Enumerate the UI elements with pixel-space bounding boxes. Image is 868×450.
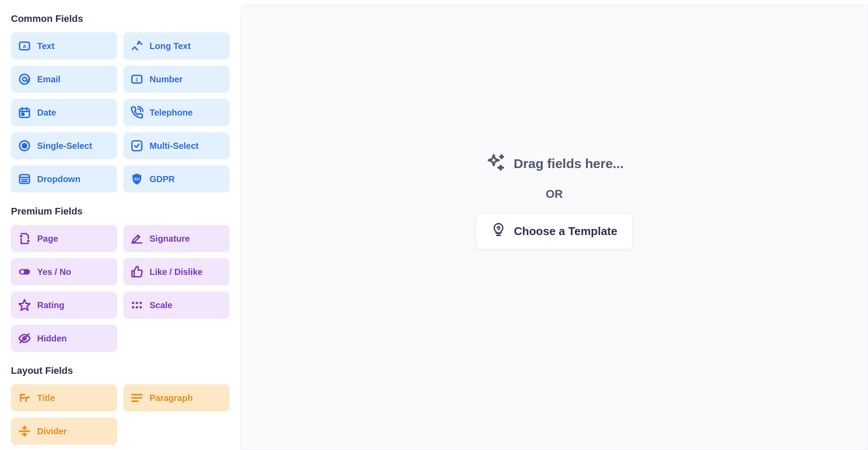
star-icon: [18, 299, 31, 312]
long-text-icon: [130, 39, 143, 53]
field-multi-select[interactable]: Multi-Select: [123, 132, 230, 159]
field-label: Paragraph: [150, 393, 193, 403]
page-icon: [18, 232, 31, 245]
field-label: Email: [37, 74, 60, 84]
gdpr-icon: EU: [130, 172, 143, 186]
field-label: Title: [37, 393, 55, 403]
field-single-select[interactable]: Single-Select: [11, 132, 117, 159]
common-fields-grid: A Text Long Text Email 1 Num: [11, 32, 230, 193]
field-telephone[interactable]: Telephone: [123, 99, 230, 126]
field-scale[interactable]: Scale: [123, 292, 230, 319]
svg-point-25: [136, 302, 138, 304]
field-sidebar: Common Fields A Text Long Text Email: [0, 0, 241, 450]
field-label: Single-Select: [37, 141, 92, 151]
toggle-icon: [18, 265, 31, 278]
field-hidden[interactable]: Hidden: [11, 325, 117, 352]
field-label: Multi-Select: [150, 141, 199, 151]
field-label: Number: [150, 74, 183, 84]
date-icon: [18, 106, 31, 119]
field-signature[interactable]: Signature: [123, 225, 230, 252]
field-divider[interactable]: Divider: [11, 418, 117, 445]
scale-icon: [130, 299, 143, 312]
title-icon: [18, 391, 31, 404]
email-icon: [18, 73, 31, 86]
field-label: Divider: [37, 426, 67, 436]
field-label: Date: [37, 108, 56, 118]
field-label: Like / Dislike: [150, 267, 202, 277]
svg-point-2: [139, 42, 140, 43]
svg-point-20: [21, 236, 22, 237]
svg-point-13: [22, 144, 27, 148]
sparkle-icon: [485, 152, 506, 175]
field-email[interactable]: Email: [11, 66, 117, 93]
field-title[interactable]: Title: [11, 384, 117, 411]
divider-icon: [18, 425, 31, 438]
layout-fields-heading: Layout Fields: [11, 365, 230, 376]
choose-template-button[interactable]: Choose a Template: [476, 213, 632, 250]
field-label: Scale: [150, 300, 172, 310]
field-label: Dropdown: [37, 174, 80, 184]
telephone-icon: [130, 106, 143, 119]
field-date[interactable]: Date: [11, 99, 117, 126]
field-label: Text: [37, 41, 55, 51]
svg-point-24: [132, 302, 135, 304]
premium-fields-grid: Page Signature Yes / No Like / Dislike: [11, 225, 230, 352]
premium-fields-heading: Premium Fields: [11, 206, 230, 217]
common-fields-heading: Common Fields: [11, 13, 230, 25]
layout-fields-grid: Title Paragraph Divider: [11, 384, 230, 445]
drop-area: Drag fields here... OR Choose a Template: [476, 152, 632, 250]
thumbs-up-icon: [130, 265, 143, 278]
field-text[interactable]: A Text: [11, 32, 117, 60]
field-label: Hidden: [37, 334, 67, 344]
svg-point-27: [132, 306, 135, 309]
field-rating[interactable]: Rating: [11, 292, 117, 319]
svg-point-21: [28, 240, 29, 242]
field-page[interactable]: Page: [11, 225, 117, 252]
single-select-icon: [18, 139, 31, 152]
field-number[interactable]: 1 Number: [123, 66, 230, 93]
field-long-text[interactable]: Long Text: [123, 32, 230, 60]
field-label: Yes / No: [37, 267, 71, 277]
or-text: OR: [546, 187, 563, 201]
lightbulb-icon: [491, 222, 506, 240]
field-label: GDPR: [150, 174, 175, 184]
number-icon: 1: [130, 73, 143, 86]
field-label: Signature: [150, 234, 190, 244]
field-dropdown[interactable]: Dropdown: [11, 165, 117, 193]
template-btn-label: Choose a Template: [514, 225, 617, 238]
field-label: Telephone: [150, 108, 193, 118]
field-yes-no[interactable]: Yes / No: [11, 258, 117, 285]
drag-hint: Drag fields here...: [485, 152, 624, 175]
field-gdpr[interactable]: EU GDPR: [123, 165, 230, 193]
dropdown-icon: [18, 172, 31, 186]
svg-text:EU: EU: [134, 177, 139, 181]
svg-point-29: [139, 306, 142, 309]
multi-select-icon: [130, 139, 143, 152]
svg-point-28: [136, 306, 138, 309]
form-canvas[interactable]: Drag fields here... OR Choose a Template: [241, 4, 868, 450]
field-label: Long Text: [150, 41, 191, 51]
hidden-icon: [18, 332, 31, 345]
text-icon: A: [18, 39, 31, 53]
field-like-dislike[interactable]: Like / Dislike: [123, 258, 230, 285]
paragraph-icon: [130, 391, 143, 404]
svg-text:1: 1: [136, 77, 138, 82]
svg-rect-11: [22, 113, 24, 115]
drag-text: Drag fields here...: [514, 156, 624, 171]
signature-icon: [130, 232, 143, 245]
field-label: Rating: [37, 300, 64, 310]
svg-point-23: [21, 270, 24, 274]
svg-point-26: [139, 302, 142, 304]
svg-text:A: A: [23, 44, 26, 49]
field-paragraph[interactable]: Paragraph: [123, 384, 230, 411]
field-label: Page: [37, 234, 58, 244]
